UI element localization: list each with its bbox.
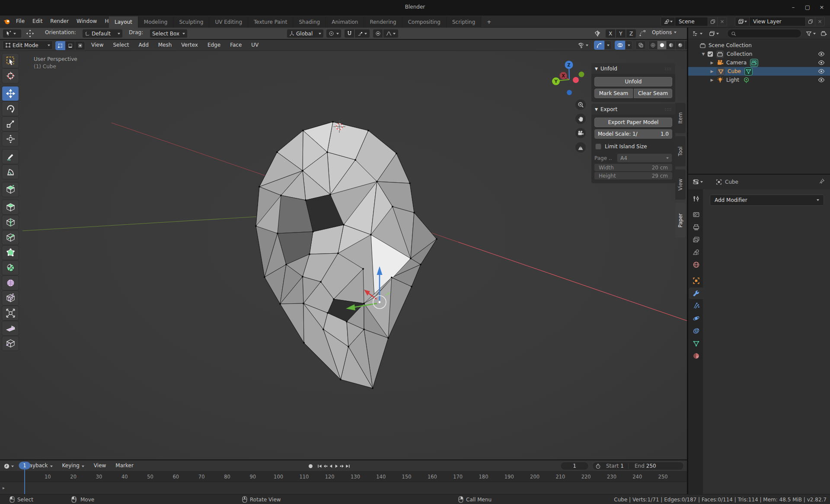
view-layer-field[interactable]: View Layer bbox=[750, 17, 806, 26]
nav-axis-z-neg[interactable] bbox=[567, 90, 572, 95]
sidebar-tab-paper[interactable]: Paper bbox=[675, 203, 686, 238]
properties-editor-type-dropdown[interactable] bbox=[693, 177, 703, 186]
nav-axis-x[interactable] bbox=[573, 77, 579, 83]
unfold-section-header[interactable]: ▼Unfold:::: bbox=[591, 63, 675, 74]
properties-tab-particles[interactable] bbox=[689, 300, 703, 312]
expander-icon[interactable]: ▼ bbox=[701, 52, 706, 56]
outliner-filter-icon[interactable] bbox=[806, 29, 816, 38]
pan-view-icon[interactable] bbox=[575, 114, 586, 124]
add-modifier-dropdown[interactable]: Add Modifier bbox=[710, 195, 824, 206]
page-height-field[interactable]: Height29 cm bbox=[594, 172, 672, 179]
prev-keyframe-button[interactable] bbox=[322, 462, 328, 470]
outliner-search-input[interactable] bbox=[727, 29, 801, 38]
workspace-tab-compositing[interactable]: Compositing bbox=[402, 16, 447, 28]
properties-tab-scene[interactable] bbox=[689, 246, 703, 258]
properties-tab-constraints[interactable] bbox=[689, 325, 703, 337]
properties-tab-world[interactable] bbox=[689, 259, 703, 271]
properties-tab-output[interactable] bbox=[689, 221, 703, 233]
outliner-row-light[interactable]: ▶Light bbox=[688, 76, 830, 84]
clear-seam-button[interactable]: Clear Seam bbox=[634, 89, 672, 98]
auto-key-record-icon[interactable] bbox=[308, 463, 313, 469]
timeline-menu-keying[interactable]: Keying bbox=[57, 460, 89, 471]
scene-icon[interactable] bbox=[661, 17, 675, 26]
tool-rip-region-button[interactable] bbox=[2, 336, 19, 351]
mirror-axis-y-button[interactable]: Y bbox=[616, 29, 626, 38]
outliner-display-mode-dropdown[interactable] bbox=[709, 29, 719, 38]
nav-axis-y-neg[interactable] bbox=[579, 72, 584, 77]
menu-window[interactable]: Window bbox=[73, 16, 101, 27]
scene-unlink-icon[interactable]: × bbox=[718, 17, 727, 26]
sidebar-tab-tool[interactable]: Tool bbox=[675, 136, 686, 166]
model-scale-slider[interactable]: Model Scale: 1/ 1.0 bbox=[594, 129, 672, 139]
workspace-tab-scripting[interactable]: Scripting bbox=[447, 16, 481, 28]
tool-transform-button[interactable] bbox=[2, 132, 19, 146]
end-frame-field[interactable]: End bbox=[633, 463, 646, 469]
tool-cursor-button[interactable] bbox=[2, 69, 19, 83]
tool-scale-button[interactable] bbox=[2, 117, 19, 131]
properties-tab-object[interactable] bbox=[689, 275, 703, 287]
hide-in-viewport-eye-icon[interactable] bbox=[818, 77, 825, 83]
snap-magnet-icon[interactable] bbox=[344, 29, 354, 38]
tool-move-button[interactable] bbox=[2, 86, 19, 101]
collection-checkbox[interactable] bbox=[707, 51, 713, 57]
viewport-canvas[interactable]: User Perspective (1) Cube Z X Y bbox=[0, 51, 687, 459]
workspace-tab-shading[interactable]: Shading bbox=[293, 16, 326, 28]
workspace-tab-uv-editing[interactable]: UV Editing bbox=[209, 16, 248, 28]
close-button[interactable]: × bbox=[815, 3, 828, 12]
outliner-row-collection[interactable]: ▼Collection bbox=[688, 50, 830, 58]
outliner-row-cube[interactable]: ▶Cube bbox=[688, 67, 830, 76]
mesh-data-icon[interactable] bbox=[744, 67, 753, 76]
tool-shear-button[interactable] bbox=[2, 321, 19, 335]
page-width-field[interactable]: Width20 cm bbox=[594, 164, 672, 171]
properties-tab-object-data[interactable] bbox=[689, 338, 703, 349]
tool-rotate-button[interactable] bbox=[2, 102, 19, 116]
current-frame-field[interactable]: 1 bbox=[560, 462, 589, 470]
jump-to-end-button[interactable] bbox=[345, 462, 350, 470]
light-data-icon[interactable] bbox=[743, 77, 750, 84]
mark-seam-button[interactable]: Mark Seam bbox=[594, 89, 633, 98]
snap-path-icon[interactable] bbox=[639, 30, 646, 37]
timeline-channel-expander[interactable]: ▸ bbox=[3, 485, 5, 490]
outliner-row-camera[interactable]: ▶Camera bbox=[688, 58, 830, 67]
tool-smooth-button[interactable] bbox=[2, 276, 19, 290]
pivot-point-dropdown[interactable] bbox=[326, 29, 342, 38]
timeline-menu-view[interactable]: View bbox=[89, 460, 111, 471]
zoom-view-icon[interactable] bbox=[575, 99, 586, 110]
timeline-menu-marker[interactable]: Marker bbox=[111, 460, 138, 471]
tool-annotate-button[interactable] bbox=[2, 150, 19, 164]
properties-tab-modifiers[interactable] bbox=[689, 287, 703, 299]
menu-file[interactable]: File bbox=[12, 16, 29, 27]
add-workspace-button[interactable]: + bbox=[481, 16, 497, 28]
export-section-header[interactable]: ▼Export:::: bbox=[591, 104, 675, 115]
tool-measure-button[interactable] bbox=[2, 165, 19, 179]
pin-icon[interactable] bbox=[819, 178, 825, 184]
properties-tab-material[interactable] bbox=[689, 350, 703, 362]
tool-edge-slide-button[interactable] bbox=[2, 291, 19, 305]
timeline-editor-type-dropdown[interactable] bbox=[3, 462, 14, 471]
workspace-tab-texture-paint[interactable]: Texture Paint bbox=[248, 16, 293, 28]
timeline-ruler[interactable]: 1020304050607080901001101201301401501601… bbox=[0, 472, 687, 482]
scene-name-field[interactable]: Scene bbox=[675, 17, 708, 26]
play-button[interactable] bbox=[334, 462, 339, 470]
stopwatch-icon[interactable] bbox=[595, 463, 601, 469]
tool-spin-button[interactable] bbox=[2, 261, 19, 275]
workspace-tab-animation[interactable]: Animation bbox=[326, 16, 364, 28]
view-layer-remove-icon[interactable]: × bbox=[815, 17, 825, 26]
workspace-tab-modeling[interactable]: Modeling bbox=[138, 16, 174, 28]
orthographic-toggle-icon[interactable] bbox=[575, 142, 586, 153]
properties-tab-view-layer[interactable] bbox=[689, 234, 703, 246]
view-layer-icon[interactable] bbox=[735, 17, 750, 26]
page-size-dropdown[interactable]: A4 bbox=[617, 153, 672, 163]
properties-tab-tool[interactable] bbox=[689, 193, 703, 204]
view-layer-copy-icon[interactable] bbox=[806, 17, 815, 26]
current-frame-badge[interactable]: 1 bbox=[19, 462, 31, 469]
scene-copy-icon[interactable] bbox=[708, 17, 718, 26]
unfold-button[interactable]: Unfold bbox=[594, 77, 672, 86]
tool-shrink-fatten-button[interactable] bbox=[2, 306, 19, 320]
active-tool-dropdown[interactable] bbox=[3, 29, 22, 38]
play-reverse-button[interactable] bbox=[328, 462, 333, 470]
snap-target-dropdown[interactable] bbox=[354, 29, 370, 38]
tweak-move-icon[interactable] bbox=[26, 29, 34, 38]
maximize-button[interactable]: ▢ bbox=[801, 3, 814, 12]
outliner-filter-mode-dropdown[interactable] bbox=[693, 29, 702, 38]
